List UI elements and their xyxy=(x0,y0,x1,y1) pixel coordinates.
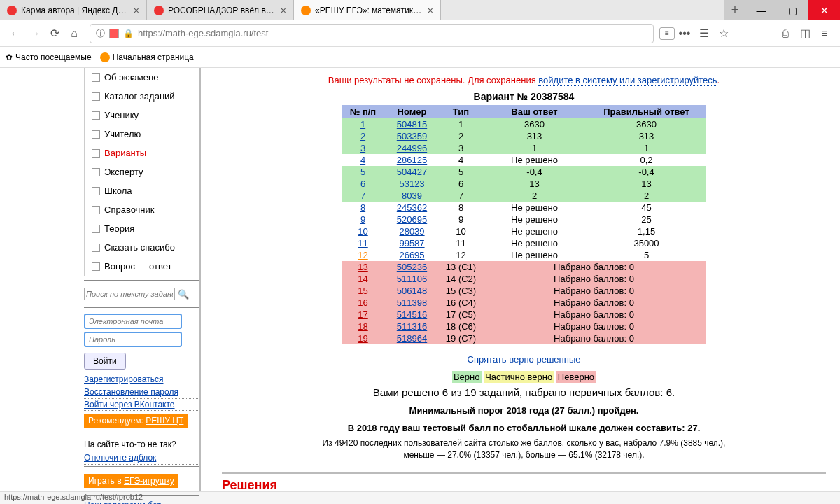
task-number-link[interactable]: 53123 xyxy=(399,178,424,189)
url-bar[interactable]: ⓘ 🔒 https://math-ege.sdamgia.ru/test xyxy=(90,24,654,43)
task-number-link[interactable]: 511398 xyxy=(397,298,427,308)
promo-link[interactable]: ЕГЭ-игрушку xyxy=(124,476,174,486)
back-button[interactable]: ← xyxy=(6,24,25,43)
row-index-link[interactable]: 10 xyxy=(358,226,368,237)
row-index-link[interactable]: 4 xyxy=(360,155,365,165)
task-number-link[interactable]: 511106 xyxy=(397,274,427,284)
menu-icon[interactable]: ≡ xyxy=(815,24,834,43)
vk-login-link[interactable]: Войти через ВКонтакте xyxy=(84,399,200,412)
more-icon[interactable]: ••• xyxy=(675,24,694,43)
browser-tab[interactable]: РОСОБРНАДЗОР ввёл всю ст…× xyxy=(147,0,294,20)
row-index-link[interactable]: 15 xyxy=(358,286,368,296)
sidebar-item[interactable]: Справочник xyxy=(85,200,199,219)
task-number-link[interactable]: 514516 xyxy=(397,309,427,320)
home-button[interactable]: ⌂ xyxy=(64,24,84,43)
row-index-link[interactable]: 9 xyxy=(360,214,365,225)
row-index-link[interactable]: 3 xyxy=(360,143,365,153)
sidebar-item[interactable]: Каталог заданий xyxy=(85,87,199,106)
sidebar-icon[interactable]: ◫ xyxy=(795,24,815,43)
task-number-link[interactable]: 518964 xyxy=(397,333,427,344)
correct-answer-cell: 2 xyxy=(587,190,706,202)
sidebar-item[interactable]: Об экзамене xyxy=(85,68,199,87)
maximize-button[interactable]: ▢ xyxy=(777,0,808,20)
row-index-link[interactable]: 19 xyxy=(358,333,368,344)
row-index-link[interactable]: 18 xyxy=(358,321,368,332)
info-icon[interactable]: ⓘ xyxy=(96,27,105,40)
browser-tab[interactable]: Карма автора | Яндекс Дзен× xyxy=(0,0,147,20)
table-row: 55044275-0,4-0,4 xyxy=(342,166,706,178)
login-box: Войти Зарегистрироваться Восстановление … xyxy=(84,312,200,411)
hide-correct-link[interactable]: Спрятать верно решенные xyxy=(468,354,581,365)
row-index-link[interactable]: 8 xyxy=(360,202,365,213)
sidebar-item[interactable]: Теория xyxy=(85,219,199,238)
reader-icon[interactable]: ≡ xyxy=(659,27,675,40)
protection-icon[interactable]: ☰ xyxy=(694,24,714,43)
restore-password-link[interactable]: Восстановление пароля xyxy=(84,386,200,399)
login-register-link[interactable]: войдите в систему или зарегистрируйтесь xyxy=(538,75,717,86)
task-number-link[interactable]: 245362 xyxy=(397,202,427,213)
sidebar-item[interactable]: Учителю xyxy=(85,125,199,144)
sidebar-item[interactable]: Школа xyxy=(85,181,199,200)
your-answer-cell: Не решено xyxy=(482,214,587,225)
sidebar-item[interactable]: Ученику xyxy=(85,106,199,125)
task-number-link[interactable]: 28039 xyxy=(399,226,424,237)
login-button[interactable]: Войти xyxy=(84,353,126,370)
type-cell: 10 xyxy=(440,225,482,237)
warning-text: Ваши результаты не сохранены. Для сохран… xyxy=(328,75,539,85)
sidebar-item[interactable]: Вопрос — ответ xyxy=(85,257,199,276)
library-icon[interactable]: ⎙ xyxy=(776,24,795,43)
task-number-link[interactable]: 520695 xyxy=(397,214,427,225)
row-index-link[interactable]: 5 xyxy=(360,167,365,177)
close-tab-icon[interactable]: × xyxy=(428,5,433,16)
sidebar-item[interactable]: Сказать спасибо xyxy=(85,238,199,257)
minimize-button[interactable]: — xyxy=(746,0,777,20)
task-number-link[interactable]: 505236 xyxy=(397,262,427,272)
bookmark-start-page[interactable]: Начальная страница xyxy=(100,52,194,62)
register-link[interactable]: Зарегистрироваться xyxy=(84,374,200,386)
password-field[interactable] xyxy=(84,332,182,347)
adblock-link[interactable]: Отключите адблок xyxy=(84,452,200,465)
type-cell: 16 (С4) xyxy=(440,297,482,309)
close-button[interactable]: ✕ xyxy=(808,0,840,20)
sidebar-item[interactable]: Эксперту xyxy=(85,162,199,181)
browser-tab[interactable]: «РЕШУ ЕГЭ»: математика. ЕГЭ× xyxy=(294,0,441,20)
search-icon[interactable]: 🔍 xyxy=(178,289,189,300)
lock-icon: 🔒 xyxy=(123,29,134,38)
row-index-link[interactable]: 14 xyxy=(358,274,368,284)
task-number-link[interactable]: 504815 xyxy=(397,119,427,130)
promo-link[interactable]: РЕШУ ЦТ xyxy=(146,416,183,426)
new-tab-button[interactable]: + xyxy=(724,0,746,20)
row-index-link[interactable]: 1 xyxy=(360,119,365,130)
promo-reshu-ct[interactable]: Рекомендуем: РЕШУ ЦТ xyxy=(84,414,188,428)
reload-button[interactable]: ⟳ xyxy=(45,24,64,43)
task-number-link[interactable]: 506148 xyxy=(397,286,427,296)
promo-game[interactable]: Играть в ЕГЭ-игрушку xyxy=(84,474,178,488)
forward-button[interactable]: → xyxy=(25,24,45,43)
threshold-line: Минимальный порог 2018 года (27 балл.) п… xyxy=(222,405,826,416)
bookmark-icon[interactable]: ☆ xyxy=(714,24,734,43)
sidebar-item[interactable]: Варианты xyxy=(85,144,199,162)
row-index-link[interactable]: 16 xyxy=(358,298,368,308)
search-input[interactable] xyxy=(84,288,175,300)
row-index-link[interactable]: 17 xyxy=(358,309,368,320)
row-index-link[interactable]: 6 xyxy=(360,178,365,189)
close-tab-icon[interactable]: × xyxy=(134,5,139,16)
row-index-link[interactable]: 7 xyxy=(360,190,365,201)
row-index-link[interactable]: 12 xyxy=(358,250,368,260)
task-number-link[interactable]: 286125 xyxy=(397,155,427,165)
row-index-link[interactable]: 13 xyxy=(358,262,368,272)
type-cell: 7 xyxy=(440,190,482,202)
task-number-link[interactable]: 26695 xyxy=(399,250,424,260)
favicon xyxy=(301,6,311,15)
bookmark-most-visited[interactable]: ✿Часто посещаемые xyxy=(6,52,92,62)
task-number-link[interactable]: 504427 xyxy=(397,167,427,177)
task-number-link[interactable]: 8039 xyxy=(402,190,422,201)
close-tab-icon[interactable]: × xyxy=(281,5,286,16)
task-number-link[interactable]: 99587 xyxy=(399,238,424,248)
row-index-link[interactable]: 2 xyxy=(360,131,365,141)
task-number-link[interactable]: 511316 xyxy=(397,321,427,332)
email-field[interactable] xyxy=(84,314,182,329)
task-number-link[interactable]: 244996 xyxy=(397,143,427,153)
task-number-link[interactable]: 503359 xyxy=(397,131,427,141)
row-index-link[interactable]: 11 xyxy=(358,238,368,248)
